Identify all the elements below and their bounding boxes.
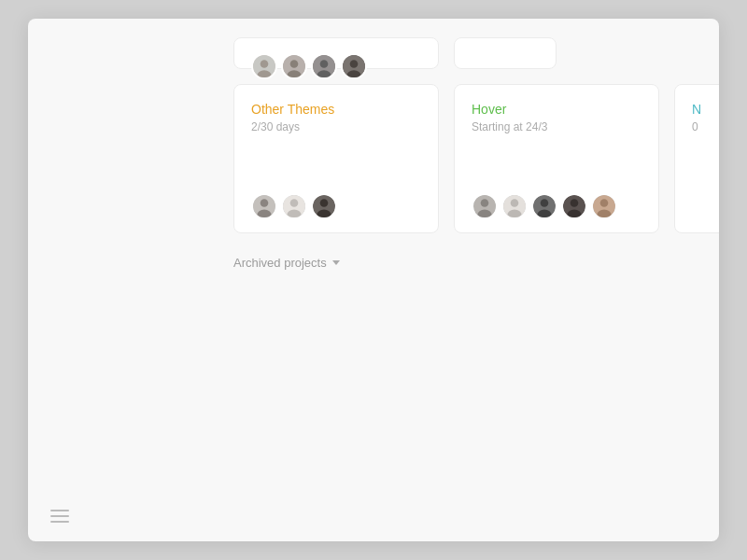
main-window: Other Themes 2/30 days xyxy=(28,19,719,541)
card-title: N xyxy=(692,102,719,117)
card-title: Hover xyxy=(472,102,641,117)
svg-point-1 xyxy=(261,60,269,68)
hamburger-line-3 xyxy=(50,521,69,523)
svg-point-19 xyxy=(320,199,329,207)
svg-point-31 xyxy=(571,199,579,207)
card-other-themes[interactable]: Other Themes 2/30 days xyxy=(233,84,439,233)
avatar xyxy=(341,53,367,79)
card-subtitle: 0 xyxy=(692,120,719,133)
avatar xyxy=(251,193,277,219)
top-card-1 xyxy=(233,37,439,69)
svg-point-25 xyxy=(511,199,519,207)
content-area: Other Themes 2/30 days xyxy=(28,19,719,541)
avatar xyxy=(311,53,337,79)
avatar xyxy=(531,193,557,219)
card-other-themes-content: Other Themes 2/30 days xyxy=(251,102,421,133)
archived-label: Archived projects xyxy=(233,256,327,270)
avatar xyxy=(472,193,498,219)
svg-point-13 xyxy=(261,199,269,207)
top-card-1-avatars xyxy=(251,53,421,79)
svg-point-34 xyxy=(600,199,609,207)
svg-point-16 xyxy=(290,199,299,207)
avatar xyxy=(311,193,337,219)
avatar xyxy=(561,193,587,219)
card-subtitle: 2/30 days xyxy=(251,120,421,133)
top-partial-row xyxy=(233,37,691,69)
card-partial-right[interactable]: N 0 xyxy=(674,84,719,233)
svg-point-22 xyxy=(481,199,489,207)
svg-point-4 xyxy=(290,60,299,68)
avatar xyxy=(591,193,617,219)
avatar xyxy=(251,53,277,79)
card-title: Other Themes xyxy=(251,102,421,117)
hamburger-menu[interactable] xyxy=(50,510,69,523)
card-hover[interactable]: Hover Starting at 24/3 xyxy=(454,84,659,233)
avatar xyxy=(281,193,307,219)
card-partial-content: N 0 xyxy=(692,102,719,133)
svg-point-7 xyxy=(320,60,329,68)
card-subtitle: Starting at 24/3 xyxy=(472,120,641,133)
archived-projects-row[interactable]: Archived projects xyxy=(233,252,691,273)
card-other-themes-avatars xyxy=(251,193,421,219)
avatar xyxy=(501,193,528,219)
top-card-2-partial xyxy=(454,37,557,69)
card-hover-avatars xyxy=(472,193,641,219)
card-hover-content: Hover Starting at 24/3 xyxy=(472,102,641,133)
svg-point-10 xyxy=(350,60,359,68)
cards-row: Other Themes 2/30 days xyxy=(233,84,691,233)
hamburger-line-2 xyxy=(50,515,69,517)
chevron-down-icon xyxy=(332,260,340,265)
avatar xyxy=(281,53,307,79)
svg-point-28 xyxy=(541,199,549,207)
hamburger-line-1 xyxy=(50,510,69,511)
